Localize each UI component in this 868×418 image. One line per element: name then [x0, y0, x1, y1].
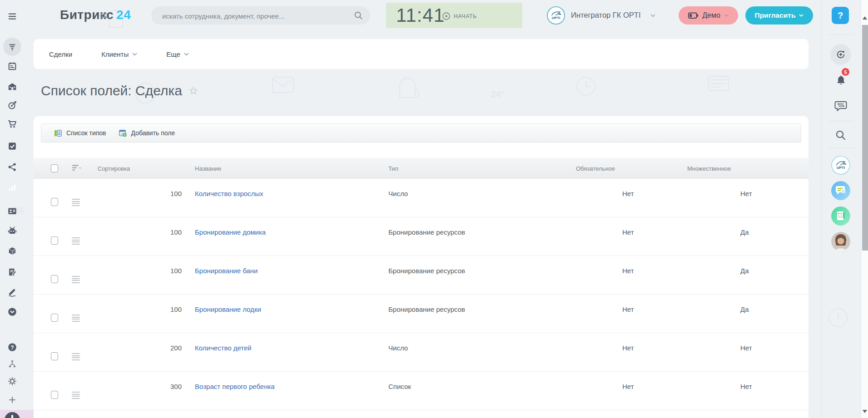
column-header-required[interactable]: Обязательное: [576, 165, 615, 172]
scrollbar-thumb[interactable]: [862, 25, 868, 251]
user-avatar[interactable]: [831, 231, 851, 251]
row-field-name-link[interactable]: Количество детей: [195, 344, 252, 352]
row-field-name-link[interactable]: Бронирование бани: [195, 267, 258, 275]
drag-handle-icon[interactable]: [72, 353, 80, 361]
menu-icon[interactable]: [7, 11, 17, 21]
storage-cube-icon[interactable]: [7, 246, 17, 256]
right-sidebar: ? 5 UPTI: [821, 0, 861, 418]
chat-button[interactable]: [831, 181, 851, 201]
row-field-name-link[interactable]: Бронирование лодки: [195, 305, 261, 313]
sidebar-search-button[interactable]: [835, 130, 846, 141]
company-logo[interactable]: UPTI: [546, 6, 565, 25]
help-button[interactable]: ?: [832, 7, 849, 24]
drag-handle-icon[interactable]: [72, 199, 80, 207]
messenger-history-button[interactable]: [834, 100, 847, 112]
demo-plan-button[interactable]: Демо: [679, 6, 738, 25]
row-field-name-link[interactable]: Бронирование домика: [195, 228, 266, 236]
invite-button[interactable]: Пригласить: [745, 6, 813, 25]
scroll-down-arrow[interactable]: [863, 410, 867, 413]
automation-robot-icon[interactable]: [7, 226, 17, 236]
column-header-type[interactable]: Тип: [388, 165, 398, 172]
tasks-check-icon[interactable]: [7, 141, 17, 151]
sidebar-item-live-feed[interactable]: [3, 38, 21, 56]
helpdesk-question-icon[interactable]: ?: [7, 342, 17, 352]
row-field-name-link[interactable]: Количество взрослых: [195, 190, 263, 197]
row-required-value: Нет: [622, 383, 634, 390]
row-multiple-value: Да: [740, 267, 749, 275]
notification-badge: 5: [842, 68, 849, 76]
planner-icon[interactable]: [7, 61, 17, 71]
scroll-up-arrow[interactable]: [863, 16, 867, 20]
row-checkbox[interactable]: [51, 236, 58, 245]
row-required-value: Нет: [622, 267, 634, 275]
row-checkbox[interactable]: [51, 352, 58, 360]
row-required-value: Нет: [622, 344, 634, 352]
logo-number: 24: [116, 8, 131, 22]
vertical-scrollbar[interactable]: [861, 0, 868, 418]
drag-handle-icon[interactable]: [72, 276, 80, 284]
settings-gear-icon[interactable]: [7, 376, 17, 386]
network-share-icon[interactable]: [7, 162, 17, 172]
reports-chart-icon[interactable]: [7, 182, 17, 192]
favorite-star-icon[interactable]: [188, 86, 198, 96]
search-icon[interactable]: [354, 11, 363, 20]
start-timer-label: НАЧАТЬ: [454, 13, 477, 20]
copilot-icon[interactable]: [5, 412, 20, 418]
logo[interactable]: Битрикс24: [60, 8, 131, 22]
fields-list-card: Список типов Добавить поле Сортировка На…: [34, 116, 808, 418]
page-title: Список полей: Сделка: [41, 83, 182, 98]
left-sidebar: ?: [0, 0, 34, 418]
drag-handle-icon[interactable]: [72, 237, 80, 246]
grid-settings-icon[interactable]: [72, 164, 82, 172]
column-header-multiple[interactable]: Множественное: [687, 165, 731, 172]
row-multiple-value: Нет: [740, 344, 752, 352]
documents-edit-icon[interactable]: [7, 267, 17, 277]
divider: [828, 121, 853, 121]
column-header-name[interactable]: Название: [195, 165, 221, 172]
sign-icon[interactable]: [7, 287, 17, 297]
structure-tree-icon[interactable]: [7, 359, 17, 369]
row-checkbox[interactable]: [51, 198, 58, 206]
news-feed-button[interactable]: [831, 206, 851, 226]
row-multiple-value: Да: [740, 228, 749, 236]
drag-handle-icon[interactable]: [72, 315, 80, 323]
avatar-image: [831, 231, 851, 251]
tab-more[interactable]: Еще: [166, 50, 189, 58]
more-chevron-icon[interactable]: [7, 307, 17, 317]
tab-deals[interactable]: Сделки: [49, 50, 72, 58]
select-all-checkbox[interactable]: [51, 164, 58, 172]
sales-cart-icon[interactable]: [7, 119, 17, 129]
tab-clients[interactable]: Клиенты: [101, 50, 137, 58]
row-checkbox[interactable]: [51, 314, 58, 322]
employees-card-icon[interactable]: [7, 206, 17, 216]
whats-new-button[interactable]: [830, 44, 851, 65]
search-input[interactable]: [161, 6, 345, 25]
table-row: 100 Бронирование домика Бронирование рес…: [34, 217, 808, 256]
top-header: Битрикс24 11:41 НАЧАТЬ UPTI Интегратор Г…: [34, 0, 823, 31]
add-field-button[interactable]: Добавить поле: [119, 129, 175, 137]
tab-more-label: Еще: [166, 50, 180, 58]
market-icon[interactable]: [7, 82, 17, 92]
drag-handle-icon[interactable]: [72, 392, 80, 400]
pomodoro-clock: 11:41 НАЧАТЬ: [386, 3, 522, 28]
notifications-button[interactable]: [835, 74, 847, 87]
company-name[interactable]: Интегратор ГК OPTI: [571, 11, 640, 20]
start-timer-button[interactable]: НАЧАТЬ: [442, 12, 477, 20]
crm-target-icon[interactable]: [7, 100, 17, 110]
portal-logo-button[interactable]: UPTI: [831, 155, 851, 175]
types-list-icon: [54, 129, 62, 137]
switch-portal-icon[interactable]: [99, 12, 109, 20]
svg-text:24°: 24°: [491, 89, 504, 99]
news-icon: [831, 206, 851, 226]
row-checkbox[interactable]: [51, 391, 58, 399]
types-list-button[interactable]: Список типов: [54, 129, 106, 137]
column-header-sort[interactable]: Сортировка: [98, 165, 130, 172]
row-type-value: Бронирование ресурсов: [388, 267, 465, 275]
list-toolbar: Список типов Добавить поле: [41, 123, 801, 143]
chat-icon: [831, 181, 851, 201]
row-checkbox[interactable]: [51, 275, 58, 283]
portal-logo-text: UPTI: [837, 166, 845, 170]
add-plus-icon[interactable]: [7, 395, 17, 405]
row-field-name-link[interactable]: Возраст первого ребенка: [195, 383, 275, 390]
company-chevron-down-icon[interactable]: [650, 14, 655, 17]
